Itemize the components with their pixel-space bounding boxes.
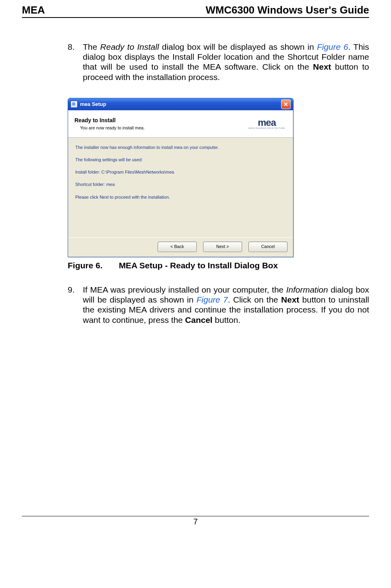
- banner-subtitle: You are now ready to install mea.: [80, 125, 247, 131]
- page-content: 8. The Ready to Install dialog box will …: [22, 18, 369, 325]
- button-name: Next: [281, 295, 299, 304]
- figure-6: mea Setup ✕ Ready to Install You are now…: [68, 98, 369, 257]
- logo-text: mea: [258, 117, 276, 128]
- caption-text: MEA Setup - Ready to Install Dialog Box: [119, 261, 278, 270]
- step-8: 8. The Ready to Install dialog box will …: [68, 42, 369, 82]
- close-icon[interactable]: ✕: [281, 100, 291, 109]
- step-9: 9. If MEA was previously installed on yo…: [68, 285, 369, 325]
- cancel-button[interactable]: Cancel: [248, 242, 287, 252]
- page-footer: 7: [22, 516, 369, 530]
- step-number: 8.: [68, 42, 75, 52]
- caption-label: Figure 6.: [68, 261, 103, 270]
- figure-reference: Figure 7: [196, 295, 228, 304]
- text: If MEA was previously installed on your …: [83, 285, 286, 294]
- dialog-line: The installer now has enough information…: [75, 145, 286, 150]
- dialog-banner: Ready to Install You are now ready to in…: [68, 110, 293, 138]
- back-button[interactable]: < Back: [158, 242, 197, 252]
- page-number: 7: [193, 517, 197, 526]
- button-name: Next: [313, 62, 331, 71]
- figure-reference: Figure 6: [317, 42, 348, 51]
- header-left: MEA: [22, 4, 45, 16]
- text: button.: [213, 315, 240, 324]
- step-number: 9.: [68, 285, 75, 295]
- dialog-name: Information: [286, 285, 328, 294]
- dialog-line: Install folder: C:\Program Files\MeshNet…: [75, 170, 286, 175]
- text: The: [83, 42, 100, 51]
- text: . Click on the: [228, 295, 281, 304]
- button-name: Cancel: [185, 315, 213, 324]
- page-header: MEA WMC6300 Windows User's Guide: [22, 2, 369, 18]
- banner-title: Ready to Install: [74, 117, 247, 124]
- page: MEA WMC6300 Windows User's Guide 8. The …: [0, 2, 391, 530]
- window-title: mea Setup: [80, 101, 106, 107]
- app-icon: [70, 101, 78, 108]
- dialog-line: The following settings will be used:: [75, 157, 286, 162]
- text: dialog box will be displayed as shown in: [159, 42, 317, 51]
- logo-subtext: MESH ENABLED ARCHITECTURE: [248, 127, 285, 129]
- dialog-line: Please click Next to proceed with the in…: [75, 195, 286, 200]
- title-bar: mea Setup ✕: [68, 98, 293, 110]
- button-bar: < Back Next > Cancel: [68, 237, 293, 257]
- mea-logo: mea MESH ENABLED ARCHITECTURE: [247, 114, 287, 133]
- setup-dialog: mea Setup ✕ Ready to Install You are now…: [68, 98, 293, 257]
- dialog-name: Ready to Install: [100, 42, 159, 51]
- dialog-line: Shortcut folder: mea: [75, 182, 286, 187]
- figure-caption: Figure 6. MEA Setup - Ready to Install D…: [68, 260, 369, 270]
- header-right: WMC6300 Windows User's Guide: [206, 4, 369, 16]
- next-button[interactable]: Next >: [203, 242, 242, 252]
- dialog-body: The installer now has enough information…: [68, 138, 293, 237]
